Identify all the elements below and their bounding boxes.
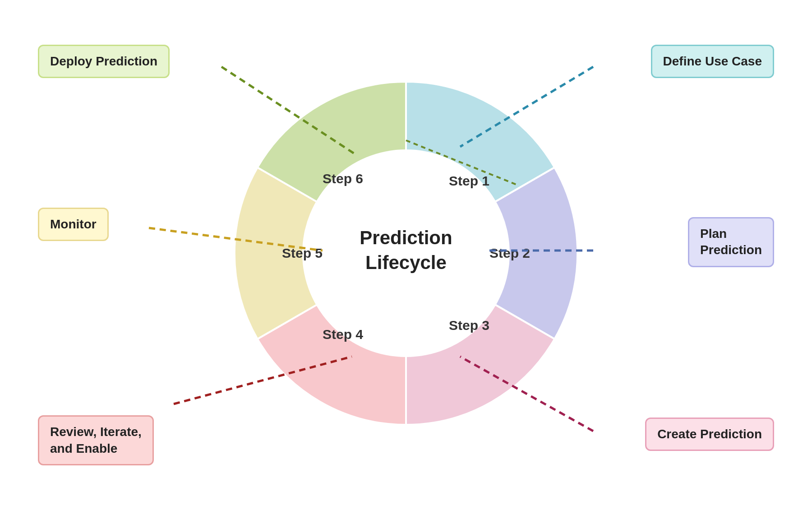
label-plan: PlanPrediction bbox=[688, 217, 774, 267]
label-create: Create Prediction bbox=[645, 418, 774, 451]
review-text: Review, Iterate,and Enable bbox=[50, 425, 142, 455]
monitor-text: Monitor bbox=[50, 217, 97, 231]
step3-label: Step 3 bbox=[449, 318, 489, 333]
lifecycle-diagram: Step 1 Step 2 Step 3 Step 4 Step 5 Step … bbox=[203, 50, 609, 456]
plan-text: PlanPrediction bbox=[700, 227, 762, 257]
step6-label: Step 6 bbox=[323, 171, 363, 186]
step4-label: Step 4 bbox=[323, 327, 363, 342]
step5-label: Step 5 bbox=[282, 246, 323, 260]
label-monitor: Monitor bbox=[38, 208, 109, 241]
create-text: Create Prediction bbox=[657, 427, 762, 441]
step2-label: Step 2 bbox=[489, 246, 530, 260]
step1-label: Step 1 bbox=[449, 173, 489, 188]
define-text: Define Use Case bbox=[663, 54, 762, 68]
label-review: Review, Iterate,and Enable bbox=[38, 415, 154, 465]
center-subtitle: Lifecycle bbox=[365, 252, 447, 273]
center-title: Prediction bbox=[360, 227, 452, 248]
label-deploy: Deploy Prediction bbox=[38, 45, 170, 78]
diagram-container: Deploy Prediction Define Use Case PlanPr… bbox=[0, 0, 812, 506]
deploy-text: Deploy Prediction bbox=[50, 54, 157, 68]
label-define: Define Use Case bbox=[651, 45, 774, 78]
